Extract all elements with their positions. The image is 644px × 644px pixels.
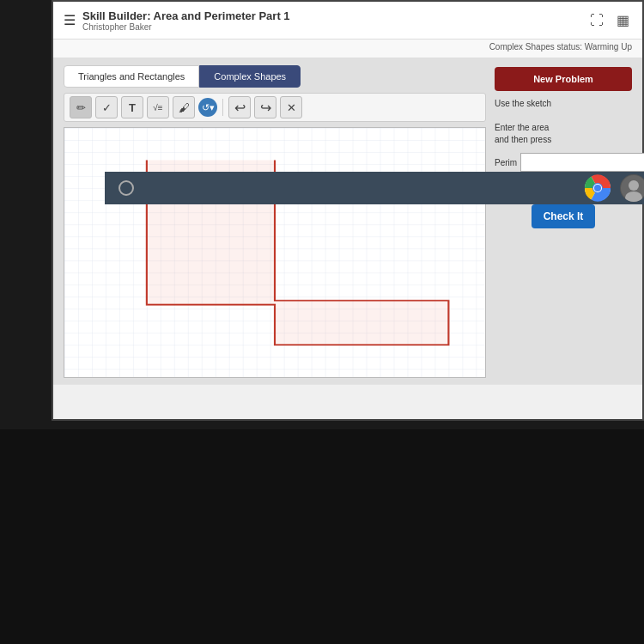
tab-complex-shapes[interactable]: Complex Shapes bbox=[199, 65, 301, 88]
check-tool[interactable]: ✓ bbox=[95, 96, 118, 118]
tab-triangles-rectangles[interactable]: Triangles and Rectangles bbox=[64, 65, 199, 88]
grid-svg bbox=[64, 128, 485, 377]
expand-icon[interactable]: ⛶ bbox=[587, 11, 606, 30]
taskbar-circle[interactable] bbox=[118, 180, 134, 196]
drawing-toolbar: ✏ ✓ T √≡ 🖌 ↺▾ ↩ ↪ ✕ bbox=[64, 93, 486, 122]
svg-point-7 bbox=[629, 180, 639, 191]
perimeter-input[interactable] bbox=[520, 153, 644, 172]
instruction-line-3: and then press bbox=[495, 134, 632, 146]
status-bar: Complex Shapes status: Warming Up bbox=[53, 39, 642, 58]
chrome-icon[interactable] bbox=[584, 174, 611, 202]
user-name: Christopher Baker bbox=[82, 22, 290, 32]
bottom-dark-area bbox=[0, 429, 644, 644]
separator bbox=[222, 99, 223, 116]
text-tool[interactable]: T bbox=[121, 96, 143, 118]
check-it-button[interactable]: Check It bbox=[532, 204, 596, 228]
header-title: Skill Builder: Area and Perimeter Part 1… bbox=[82, 9, 290, 32]
menu-icon[interactable]: ☰ bbox=[64, 12, 76, 28]
redo-btn[interactable]: ↪ bbox=[254, 96, 276, 118]
header-right: ⛶ ▦ bbox=[587, 11, 632, 30]
content-area: Triangles and Rectangles Complex Shapes … bbox=[53, 58, 642, 385]
taskbar bbox=[105, 172, 644, 204]
undo-dropdown[interactable]: ↺▾ bbox=[198, 98, 217, 117]
screen: ☰ Skill Builder: Area and Perimeter Part… bbox=[52, 0, 644, 421]
tabs-row: Triangles and Rectangles Complex Shapes bbox=[64, 65, 486, 88]
perimeter-field-row: Perim bbox=[495, 153, 632, 172]
status-text: Complex Shapes status: Warming Up bbox=[489, 42, 632, 52]
left-bezel bbox=[0, 0, 52, 421]
pencil-tool[interactable]: ✏ bbox=[70, 96, 92, 118]
svg-point-5 bbox=[594, 185, 601, 191]
app-title: Skill Builder: Area and Perimeter Part 1 bbox=[82, 9, 290, 22]
taskbar-left bbox=[118, 180, 134, 196]
left-panel: Triangles and Rectangles Complex Shapes … bbox=[64, 65, 486, 378]
new-problem-button[interactable]: New Problem bbox=[495, 67, 632, 91]
header-icons: ⛶ ▦ bbox=[587, 11, 632, 30]
instruction-line-2: Enter the area bbox=[495, 122, 632, 134]
sqrt-tool[interactable]: √≡ bbox=[147, 96, 169, 118]
close-tool[interactable]: ✕ bbox=[280, 96, 302, 118]
undo-btn[interactable]: ↩ bbox=[228, 96, 251, 118]
instruction-line-1: Use the sketch bbox=[495, 98, 632, 110]
face-icon[interactable] bbox=[620, 174, 644, 202]
paint-tool[interactable]: 🖌 bbox=[173, 96, 195, 118]
header-bar: ☰ Skill Builder: Area and Perimeter Part… bbox=[53, 2, 642, 39]
drawing-canvas[interactable] bbox=[64, 127, 486, 378]
taskbar-right bbox=[584, 174, 644, 202]
perimeter-label: Perim bbox=[495, 158, 517, 167]
grid-icon[interactable]: ▦ bbox=[613, 11, 632, 30]
right-panel: New Problem Use the sketch Enter the are… bbox=[495, 65, 632, 378]
header-left: ☰ Skill Builder: Area and Perimeter Part… bbox=[64, 9, 290, 32]
instructions: Use the sketch Enter the area and then p… bbox=[495, 98, 632, 146]
